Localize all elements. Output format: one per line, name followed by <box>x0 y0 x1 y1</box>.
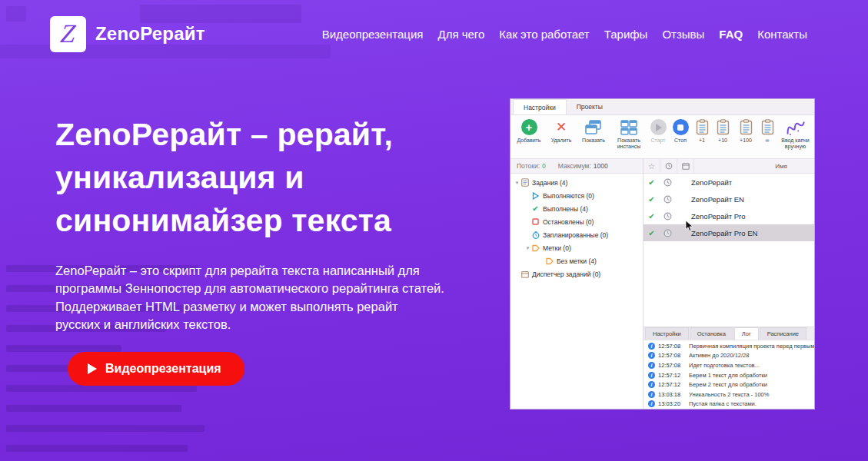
log-tab-schedule[interactable]: Расписание <box>760 327 806 340</box>
expander-icon[interactable]: ▾ <box>524 245 531 251</box>
info-icon: i <box>648 352 655 359</box>
tree-item-scheduled[interactable]: Запланированные (0) <box>510 228 643 241</box>
app-tab-projects[interactable]: Проекты <box>567 99 613 114</box>
brand-logo-icon: Z <box>50 16 86 52</box>
mouse-cursor <box>685 221 693 235</box>
captcha-scribble-icon <box>784 118 807 136</box>
log-entries: i 12:57:08 Первичная компиляция проекта … <box>644 340 814 409</box>
task-list-empty-area <box>644 241 814 327</box>
tree-item-task-manager[interactable]: Диспетчер заданий (0) <box>510 267 643 280</box>
log-entry: i 13:03:20 Пустая папка с текстами. <box>644 400 814 409</box>
log-entry: i 12:57:12 Берем 2 текст для обработки <box>644 380 814 390</box>
app-toolbar: + Добавить ✕ Удалить Показать <box>510 115 814 159</box>
add-icon: + <box>521 119 537 135</box>
toolbar-plus10-button[interactable]: +10 <box>712 118 733 144</box>
nav-item-video-presentation[interactable]: Видеопрезентация <box>322 28 424 41</box>
toolbar-delete-button[interactable]: ✕ Удалить <box>546 118 577 144</box>
clock-badge-icon <box>660 212 676 221</box>
info-icon: i <box>648 343 655 350</box>
log-tab-stop[interactable]: Остановка <box>690 327 733 340</box>
info-icon: i <box>648 391 655 398</box>
threads-label: Потоки: <box>517 162 540 170</box>
check-icon: ✔ <box>644 195 660 204</box>
check-icon: ✔ <box>644 229 660 237</box>
log-entry: i 12:57:08 Активен до 2020/12/28 <box>644 351 814 361</box>
info-icon: i <box>648 362 655 369</box>
brand-logo[interactable]: Z ZenoРерайт <box>50 16 205 52</box>
zennoposter-window: Настройки Проекты + Добавить ✕ Удалить <box>510 98 815 410</box>
hero-title: ZenoРерайт – рерайт, уникализация и сино… <box>55 114 393 242</box>
log-entry: i 12:57:08 Первичная компиляция проекта … <box>644 341 814 351</box>
nav-item-pricing[interactable]: Тарифы <box>604 28 648 41</box>
max-value: 1000 <box>594 162 608 170</box>
task-row-selected[interactable]: ✔ ZenoРерайт Pro EN <box>644 224 814 241</box>
toolbar-stop-button[interactable]: Стоп <box>669 118 692 144</box>
log-entry: i 12:57:08 Идет подготовка текстов... <box>644 360 814 370</box>
name-column-header[interactable]: Имя <box>694 163 814 170</box>
toolbar-plus100-button[interactable]: +100 <box>733 118 758 144</box>
info-icon: i <box>648 372 655 379</box>
clock-badge-icon <box>660 229 676 237</box>
task-row[interactable]: ✔ ZenoРерайт <box>644 174 814 191</box>
clipboard-icon <box>696 118 709 136</box>
header: Z ZenoРерайт Видеопрезентация Для чего К… <box>0 0 868 68</box>
task-list-header: ☆ Имя <box>644 159 814 174</box>
log-entry: i 12:57:12 Берем 1 текст для обработки <box>644 370 814 380</box>
tasks-tree-panel: Потоки: 0 Максимум: 1000 ▾ Задания (4) <box>510 159 644 409</box>
landing-page: Z ZenoРерайт Видеопрезентация Для чего К… <box>0 0 868 461</box>
hero-title-line-3: синонимайзер текста <box>55 200 393 243</box>
nav-item-faq[interactable]: FAQ <box>719 28 743 41</box>
window-column-icon[interactable] <box>677 159 694 173</box>
max-label: Максимум: <box>558 162 591 170</box>
threads-bar: Потоки: 0 Максимум: 1000 <box>510 159 643 174</box>
threads-value: 0 <box>542 162 546 170</box>
check-icon: ✔ <box>644 212 660 221</box>
brand-name: ZenoРерайт <box>95 23 205 45</box>
tree-item-running[interactable]: Выполняются (0) <box>510 189 643 202</box>
log-tab-bar: Настройки Остановка Лог Расписание <box>644 327 814 340</box>
nav-item-reviews[interactable]: Отзывы <box>662 28 704 41</box>
show-windows-icon <box>585 118 602 136</box>
task-row[interactable]: ✔ ZenoРерайт Pro <box>644 207 814 224</box>
clock-icon <box>531 231 540 239</box>
tree-item-stopped[interactable]: Остановлены (0) <box>510 215 643 228</box>
tree-item-labels[interactable]: ▾ Метки (0) <box>510 241 643 254</box>
tree-item-tasks[interactable]: ▾ Задания (4) <box>510 176 643 189</box>
toolbar-start-button[interactable]: Старт <box>647 118 669 144</box>
tag-icon <box>531 244 540 252</box>
video-presentation-button[interactable]: Видеопрезентация <box>68 352 244 386</box>
show-instances-icon <box>620 118 637 136</box>
toolbar-infinity-button[interactable]: ∞ <box>758 118 777 144</box>
tree-item-no-label[interactable]: Без метки (4) <box>510 254 643 267</box>
log-entry: i 13:03:18 Уникальность 2 текста - 100% <box>644 390 814 400</box>
clipboard-icon <box>740 118 753 136</box>
check-icon: ✔ <box>531 204 540 213</box>
toolbar-show-button[interactable]: Показать <box>577 118 610 144</box>
toolbar-captcha-button[interactable]: Ввод капчи вручную <box>777 118 814 151</box>
nav-item-why[interactable]: Для чего <box>437 28 484 41</box>
video-presentation-button-label: Видеопрезентация <box>105 362 221 376</box>
task-row[interactable]: ✔ ZenoРерайт EN <box>644 191 814 207</box>
nav-item-how-it-works[interactable]: Как это работает <box>499 28 589 41</box>
info-icon: i <box>648 400 655 407</box>
clock-column-icon[interactable] <box>660 159 677 173</box>
clock-badge-icon <box>660 195 676 204</box>
log-tab-settings[interactable]: Настройки <box>645 327 689 340</box>
tree-item-completed[interactable]: ✔ Выполнены (4) <box>510 202 643 215</box>
hero-title-line-1: ZenoРерайт – рерайт, <box>55 114 393 157</box>
toolbar-plus1-button[interactable]: +1 <box>692 118 712 144</box>
nav-item-contacts[interactable]: Контакты <box>757 28 807 41</box>
toolbar-add-button[interactable]: + Добавить <box>512 118 546 144</box>
toolbar-show-instances-button[interactable]: Показать инстансы <box>610 118 647 151</box>
clipboard-icon <box>761 118 774 136</box>
info-icon: i <box>648 381 655 388</box>
clock-badge-icon <box>660 178 676 187</box>
task-list-panel: ☆ Имя ✔ ZenoРерайт ✔ <box>644 159 814 409</box>
star-icon[interactable]: ☆ <box>644 159 660 173</box>
check-icon: ✔ <box>644 178 660 187</box>
delete-icon: ✕ <box>556 119 567 135</box>
hero-title-line-2: уникализация и <box>55 157 393 200</box>
log-tab-log[interactable]: Лог <box>734 327 759 340</box>
app-tab-settings[interactable]: Настройки <box>513 99 567 114</box>
expander-icon[interactable]: ▾ <box>514 180 520 186</box>
